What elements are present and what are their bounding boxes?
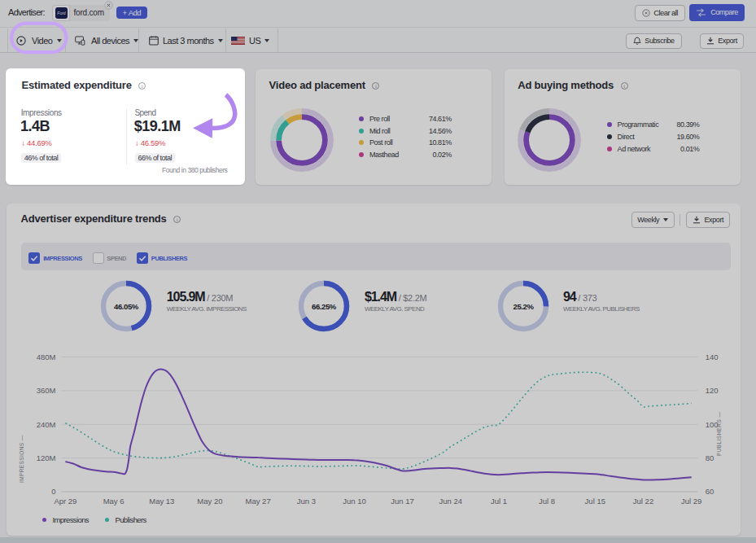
svg-text:0: 0 [51, 487, 55, 496]
svg-text:Jul 29: Jul 29 [681, 497, 701, 506]
svg-text:IMPRESSIONS —: IMPRESSIONS — [19, 435, 24, 483]
svg-text:25.2%: 25.2% [513, 301, 535, 310]
svg-text:Jul 15: Jul 15 [585, 497, 605, 506]
svg-text:PUBLISHERS —: PUBLISHERS — [716, 412, 722, 456]
svg-text:120M: 120M [37, 453, 56, 462]
svg-text:480M: 480M [37, 353, 56, 361]
svg-text:Jul 22: Jul 22 [633, 497, 653, 506]
svg-text:140: 140 [706, 353, 719, 361]
svg-text:May 27: May 27 [246, 497, 271, 506]
svg-text:360M: 360M [37, 386, 56, 395]
svg-text:May 6: May 6 [103, 497, 125, 506]
svg-text:Apr 29: Apr 29 [54, 497, 76, 506]
svg-text:Jul 1: Jul 1 [491, 497, 507, 506]
svg-text:46.05%: 46.05% [114, 301, 139, 310]
svg-text:80: 80 [706, 453, 714, 462]
svg-text:120: 120 [706, 386, 719, 395]
svg-text:60: 60 [706, 487, 714, 496]
svg-text:Jun 17: Jun 17 [391, 497, 414, 506]
svg-text:Jun 24: Jun 24 [439, 497, 463, 506]
svg-text:May 13: May 13 [149, 497, 174, 506]
svg-text:May 20: May 20 [197, 497, 222, 506]
svg-text:240M: 240M [37, 420, 56, 429]
svg-text:Jun 3: Jun 3 [297, 497, 316, 506]
svg-text:Jun 10: Jun 10 [343, 497, 366, 506]
svg-text:Jul 8: Jul 8 [539, 497, 555, 506]
svg-text:66.25%: 66.25% [312, 301, 337, 310]
